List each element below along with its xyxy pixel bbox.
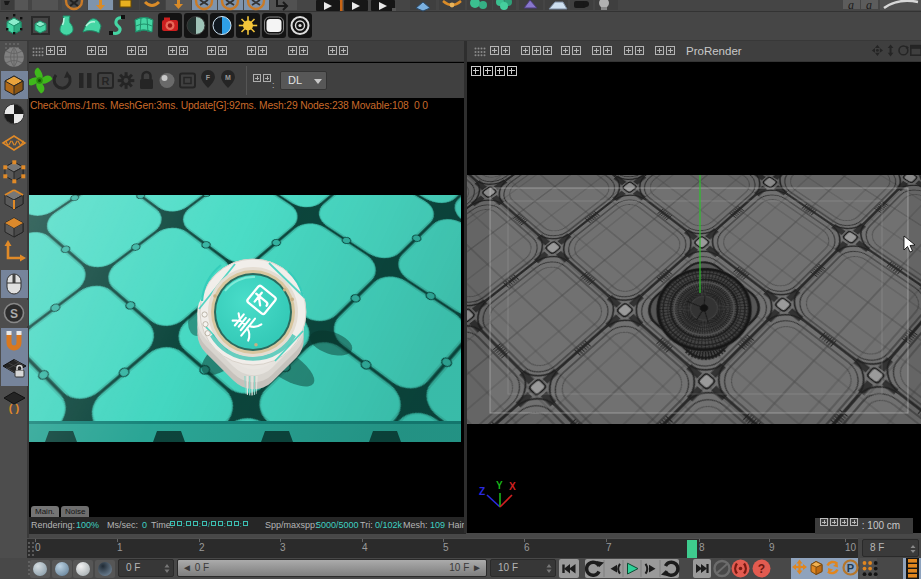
- svg-text:a: a: [866, 0, 872, 12]
- svg-text:M: M: [225, 74, 231, 81]
- svg-text:F: F: [206, 74, 211, 81]
- svg-text:S: S: [10, 307, 18, 321]
- svg-text:?: ?: [758, 562, 765, 576]
- svg-text:Y: Y: [496, 480, 503, 491]
- svg-text:a: a: [848, 0, 854, 12]
- svg-text:( ): ( ): [9, 402, 20, 414]
- svg-text:Z: Z: [479, 486, 485, 497]
- svg-text:X: X: [509, 481, 516, 492]
- svg-text:P: P: [847, 562, 854, 574]
- svg-text:R: R: [102, 75, 110, 87]
